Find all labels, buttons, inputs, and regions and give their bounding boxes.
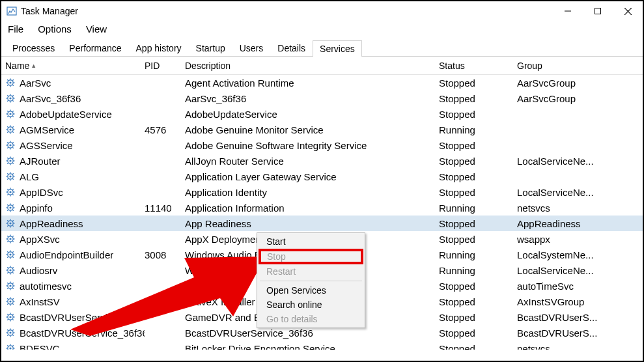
menu-options[interactable]: Options: [35, 22, 74, 36]
service-gear-icon: [5, 327, 16, 338]
service-name: AarSvc_36f36: [20, 93, 81, 104]
service-description: AdobeUpdateService: [185, 109, 439, 120]
svg-line-172: [12, 335, 13, 335]
svg-point-116: [9, 253, 11, 255]
service-row[interactable]: BDESVCBitLocker Drive Encryption Service…: [1, 341, 643, 350]
column-description[interactable]: Description: [185, 61, 439, 71]
service-group: LocalServiceNe...: [517, 156, 643, 167]
service-status: Stopped: [439, 218, 517, 229]
svg-point-146: [9, 300, 11, 302]
service-row[interactable]: ALGApplication Layer Gateway ServiceStop…: [1, 169, 643, 184]
tab-performance[interactable]: Performance: [62, 40, 128, 56]
maximize-button[interactable]: [583, 1, 613, 21]
service-status: Stopped: [439, 93, 517, 104]
service-group: BcastDVRUserS...: [517, 327, 643, 339]
service-status: Stopped: [439, 140, 517, 151]
service-group: AxInstSVGroup: [517, 296, 643, 307]
service-status: Stopped: [439, 77, 517, 89]
tab-processes[interactable]: Processes: [5, 40, 62, 56]
ctx-restart[interactable]: Restart: [259, 264, 363, 279]
svg-line-91: [7, 204, 8, 205]
svg-line-72: [12, 178, 13, 179]
service-name: AppXSvc: [20, 234, 60, 245]
service-description: Application Identity: [185, 187, 439, 198]
svg-line-151: [7, 298, 8, 299]
svg-line-152: [12, 303, 13, 304]
service-row[interactable]: AGSServiceAdobe Genuine Software Integri…: [1, 137, 643, 153]
svg-point-86: [9, 206, 11, 208]
tab-services[interactable]: Services: [313, 40, 362, 57]
column-pid[interactable]: PID: [145, 61, 185, 71]
tab-startup[interactable]: Startup: [189, 40, 232, 56]
service-status: Running: [439, 249, 517, 260]
service-status: Running: [439, 265, 517, 276]
service-description: Adobe Genuine Monitor Service: [185, 124, 439, 135]
service-row[interactable]: AarSvc_36f36AarSvc_36f36StoppedAarSvcGro…: [1, 90, 643, 106]
service-status: Stopped: [439, 327, 517, 339]
service-row[interactable]: AGMService4576Adobe Genuine Monitor Serv…: [1, 122, 643, 137]
service-group: BcastDVRUserS...: [517, 312, 643, 323]
svg-line-114: [7, 241, 8, 242]
service-row[interactable]: Appinfo11140Application InformationRunni…: [1, 200, 643, 216]
service-name: autotimesvc: [20, 281, 72, 292]
titlebar: Task Manager: [1, 1, 643, 21]
svg-line-111: [7, 236, 8, 236]
svg-line-142: [12, 288, 13, 288]
ctx-open-services[interactable]: Open Services: [259, 283, 363, 298]
service-status: Running: [439, 124, 517, 135]
separator: [260, 281, 362, 281]
service-description: App Readiness: [185, 218, 439, 229]
svg-line-33: [12, 111, 13, 111]
svg-line-113: [12, 236, 13, 236]
minimize-button[interactable]: [553, 1, 583, 21]
column-status[interactable]: Status: [439, 61, 517, 71]
svg-point-66: [9, 175, 11, 177]
svg-line-131: [7, 267, 8, 268]
svg-line-124: [7, 257, 8, 257]
service-group: wsappx: [517, 234, 643, 245]
ctx-stop[interactable]: Stop: [259, 249, 363, 264]
column-name[interactable]: Name▲: [1, 61, 145, 71]
svg-line-174: [7, 335, 8, 335]
close-button[interactable]: [613, 1, 643, 21]
svg-point-96: [9, 222, 11, 224]
service-name: BDESVC: [20, 343, 60, 350]
service-name: Appinfo: [20, 202, 53, 214]
svg-line-133: [12, 267, 13, 268]
svg-line-143: [12, 283, 13, 283]
svg-line-92: [12, 210, 13, 210]
ctx-search-online[interactable]: Search online: [259, 298, 363, 312]
service-gear-icon: [5, 296, 16, 307]
tab-app-history[interactable]: App history: [129, 40, 189, 56]
svg-point-26: [9, 113, 11, 115]
svg-line-84: [7, 194, 8, 195]
svg-line-42: [12, 132, 13, 132]
svg-point-16: [9, 97, 11, 99]
ctx-start[interactable]: Start: [259, 234, 363, 249]
service-status: Stopped: [439, 171, 517, 182]
service-gear-icon: [5, 124, 16, 135]
svg-line-141: [7, 283, 8, 283]
service-row[interactable]: AJRouterAllJoyn Router ServiceStoppedLoc…: [1, 153, 643, 169]
svg-line-43: [12, 126, 13, 127]
column-group[interactable]: Group: [517, 61, 631, 71]
svg-point-176: [9, 347, 11, 349]
tab-users[interactable]: Users: [232, 40, 271, 56]
service-row[interactable]: AppIDSvcApplication IdentityStoppedLocal…: [1, 184, 643, 200]
svg-line-21: [7, 95, 8, 96]
service-pid: 11140: [145, 202, 185, 214]
svg-point-156: [9, 316, 11, 318]
svg-point-136: [9, 285, 11, 286]
service-row[interactable]: AarSvcAgent Activation RuntimeStoppedAar…: [1, 75, 643, 90]
svg-line-93: [12, 204, 13, 205]
svg-line-61: [7, 158, 8, 158]
service-gear-icon: [5, 281, 16, 291]
menu-file[interactable]: File: [5, 22, 26, 36]
service-gear-icon: [5, 77, 16, 88]
svg-line-71: [7, 173, 8, 174]
service-row[interactable]: AdobeUpdateServiceAdobeUpdateServiceStop…: [1, 106, 643, 122]
service-row[interactable]: AppReadinessApp ReadinessStoppedAppReadi…: [1, 216, 643, 231]
ctx-go-to-details[interactable]: Go to details: [259, 312, 363, 326]
tab-details[interactable]: Details: [270, 40, 313, 56]
menu-view[interactable]: View: [83, 22, 109, 36]
